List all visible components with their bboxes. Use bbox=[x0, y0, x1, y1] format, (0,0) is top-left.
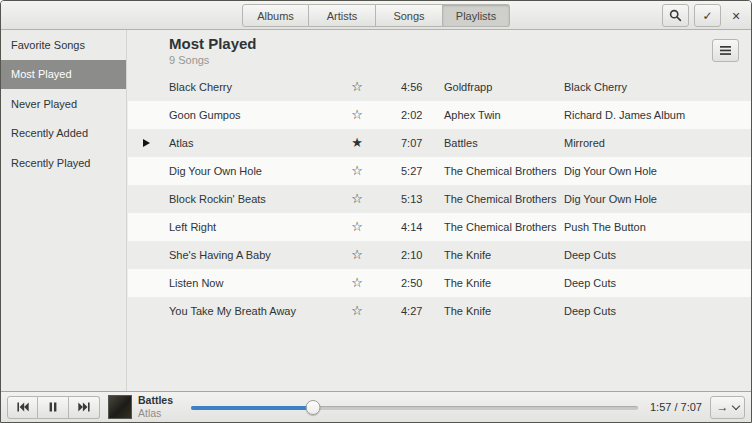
sidebar-item-recently-played[interactable]: Recently Played bbox=[1, 148, 126, 178]
repeat-arrow-icon: → bbox=[717, 401, 729, 413]
skip-backward-icon bbox=[17, 402, 29, 412]
now-playing-primary: Battles bbox=[138, 394, 173, 407]
song-album: Deep Cuts bbox=[564, 241, 616, 269]
search-icon bbox=[669, 9, 682, 22]
playlists-sidebar: Favorite Songs Most Played Never Played … bbox=[1, 30, 127, 391]
song-album: Dig Your Own Hole bbox=[564, 157, 657, 185]
song-duration: 2:10 bbox=[401, 241, 422, 269]
song-artist: The Knife bbox=[444, 269, 491, 297]
pause-button[interactable] bbox=[38, 396, 69, 419]
sidebar-item-recently-added[interactable]: Recently Added bbox=[1, 119, 126, 149]
close-icon: × bbox=[732, 8, 740, 24]
repeat-mode-button[interactable]: → bbox=[710, 396, 745, 419]
song-row[interactable]: Block Rockin' Beats ☆ 5:13 The Chemical … bbox=[128, 185, 751, 213]
song-duration: 5:27 bbox=[401, 157, 422, 185]
favorite-star-icon[interactable]: ☆ bbox=[347, 213, 367, 241]
sidebar-item-label: Most Played bbox=[11, 68, 72, 80]
gnome-music-window: Albums Artists Songs Playlists ✓ × Favor… bbox=[0, 0, 752, 423]
song-artist: The Knife bbox=[444, 241, 491, 269]
now-playing-album-art bbox=[108, 395, 132, 419]
song-album: Deep Cuts bbox=[564, 297, 616, 325]
song-artist: The Chemical Brothers bbox=[444, 185, 557, 213]
song-artist: Battles bbox=[444, 129, 478, 157]
song-album: Deep Cuts bbox=[564, 269, 616, 297]
song-artist: Goldfrapp bbox=[444, 73, 492, 101]
song-album: Mirrored bbox=[564, 129, 605, 157]
sidebar-item-label: Favorite Songs bbox=[11, 39, 85, 51]
favorite-star-icon[interactable]: ☆ bbox=[347, 297, 367, 325]
song-artist: The Knife bbox=[444, 297, 491, 325]
song-duration: 7:07 bbox=[401, 129, 422, 157]
song-artist: Aphex Twin bbox=[444, 101, 501, 129]
song-duration: 4:56 bbox=[401, 73, 422, 101]
sidebar-item-most-played[interactable]: Most Played bbox=[1, 60, 126, 90]
skip-forward-icon bbox=[78, 402, 90, 412]
song-duration: 4:14 bbox=[401, 213, 422, 241]
now-playing-icon bbox=[143, 139, 150, 147]
song-album: Richard D. James Album bbox=[564, 101, 685, 129]
player-bar: Battles Atlas 1:57 / 7:07 → bbox=[1, 391, 751, 422]
seek-handle[interactable] bbox=[306, 400, 321, 415]
playback-controls bbox=[7, 396, 100, 419]
song-album: Dig Your Own Hole bbox=[564, 185, 657, 213]
chevron-down-icon bbox=[731, 401, 739, 409]
sidebar-item-favorite-songs[interactable]: Favorite Songs bbox=[1, 30, 126, 60]
favorite-star-icon[interactable]: ☆ bbox=[347, 269, 367, 297]
check-icon: ✓ bbox=[702, 9, 712, 23]
song-row[interactable]: Listen Now ☆ 2:50 The Knife Deep Cuts bbox=[128, 269, 751, 297]
titlebar-controls: ✓ × bbox=[662, 4, 746, 27]
song-title: She's Having A Baby bbox=[169, 241, 271, 269]
time-display: 1:57 / 7:07 bbox=[650, 401, 702, 413]
sidebar-item-never-played[interactable]: Never Played bbox=[1, 89, 126, 119]
playlist-header: Most Played 9 Songs bbox=[128, 30, 751, 73]
song-list: Black Cherry ☆ 4:56 Goldfrapp Black Cher… bbox=[128, 73, 751, 325]
song-duration: 2:02 bbox=[401, 101, 422, 129]
tab-playlists[interactable]: Playlists bbox=[443, 4, 510, 27]
song-duration: 5:13 bbox=[401, 185, 422, 213]
song-album: Push The Button bbox=[564, 213, 646, 241]
sidebar-item-label: Never Played bbox=[11, 98, 77, 110]
song-title: Goon Gumpos bbox=[169, 101, 241, 129]
hamburger-menu-icon bbox=[720, 46, 731, 55]
song-album: Black Cherry bbox=[564, 73, 627, 101]
favorite-star-icon[interactable]: ☆ bbox=[347, 241, 367, 269]
favorite-star-icon[interactable]: ☆ bbox=[347, 185, 367, 213]
song-row[interactable]: Atlas ★ 7:07 Battles Mirrored bbox=[128, 129, 751, 157]
song-title: You Take My Breath Away bbox=[169, 297, 296, 325]
pause-icon bbox=[48, 402, 58, 412]
now-playing-info: Battles Atlas bbox=[138, 394, 173, 419]
playlist-view: Most Played 9 Songs Black Cherry ☆ 4:56 … bbox=[128, 30, 751, 391]
song-row[interactable]: Black Cherry ☆ 4:56 Goldfrapp Black Cher… bbox=[128, 73, 751, 101]
seek-slider[interactable] bbox=[191, 396, 638, 419]
tab-artists[interactable]: Artists bbox=[309, 4, 376, 27]
song-title: Block Rockin' Beats bbox=[169, 185, 266, 213]
favorite-star-icon[interactable]: ☆ bbox=[347, 157, 367, 185]
song-title: Dig Your Own Hole bbox=[169, 157, 262, 185]
song-count: 9 Songs bbox=[169, 54, 209, 66]
song-title: Left Right bbox=[169, 213, 216, 241]
seek-progress bbox=[191, 406, 313, 410]
next-button[interactable] bbox=[69, 396, 100, 419]
favorite-star-icon[interactable]: ☆ bbox=[347, 101, 367, 129]
search-button[interactable] bbox=[662, 4, 689, 27]
titlebar: Albums Artists Songs Playlists ✓ × bbox=[1, 1, 751, 30]
sidebar-item-label: Recently Played bbox=[11, 157, 91, 169]
song-row[interactable]: Goon Gumpos ☆ 2:02 Aphex Twin Richard D.… bbox=[128, 101, 751, 129]
song-title: Black Cherry bbox=[169, 73, 232, 101]
song-duration: 4:27 bbox=[401, 297, 422, 325]
favorite-star-icon[interactable]: ☆ bbox=[347, 73, 367, 101]
song-row[interactable]: Dig Your Own Hole ☆ 5:27 The Chemical Br… bbox=[128, 157, 751, 185]
window-close-button[interactable]: × bbox=[726, 4, 746, 27]
tab-songs[interactable]: Songs bbox=[376, 4, 443, 27]
song-row[interactable]: Left Right ☆ 4:14 The Chemical Brothers … bbox=[128, 213, 751, 241]
tab-albums[interactable]: Albums bbox=[242, 4, 309, 27]
now-playing-secondary: Atlas bbox=[138, 407, 173, 420]
song-row[interactable]: You Take My Breath Away ☆ 4:27 The Knife… bbox=[128, 297, 751, 325]
playlist-menu-button[interactable] bbox=[712, 39, 739, 62]
song-title: Listen Now bbox=[169, 269, 223, 297]
previous-button[interactable] bbox=[7, 396, 38, 419]
song-artist: The Chemical Brothers bbox=[444, 213, 557, 241]
song-row[interactable]: She's Having A Baby ☆ 2:10 The Knife Dee… bbox=[128, 241, 751, 269]
select-button[interactable]: ✓ bbox=[694, 4, 721, 27]
favorite-star-icon[interactable]: ★ bbox=[347, 129, 367, 157]
